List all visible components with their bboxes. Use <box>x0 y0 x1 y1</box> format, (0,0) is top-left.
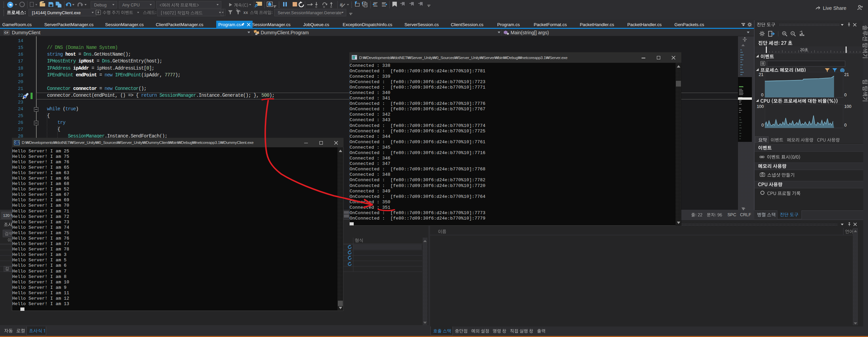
svg-text:C:\: C:\ <box>15 141 20 144</box>
